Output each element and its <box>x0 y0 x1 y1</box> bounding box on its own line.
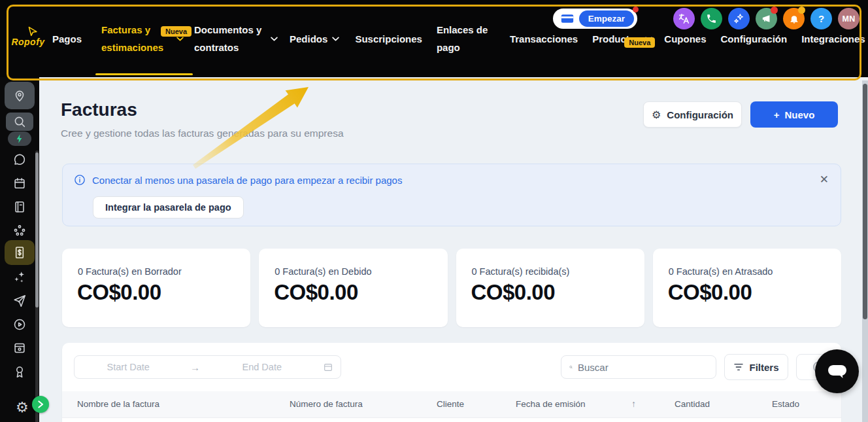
stat-label: 0 Factura(s) en Atrasado <box>669 266 773 277</box>
end-date-field[interactable]: End Date <box>209 362 316 372</box>
gear-icon[interactable]: ⚙ <box>16 400 29 415</box>
filters-button[interactable]: Filters <box>724 354 788 380</box>
chat-icon <box>12 152 27 167</box>
stat-label: 0 Factura(s) en Debido <box>275 266 371 277</box>
people-icon <box>12 223 27 237</box>
sidebar-item-search[interactable] <box>6 113 33 131</box>
empezar-button[interactable]: Empezar <box>579 10 634 27</box>
plus-icon: + <box>774 109 780 120</box>
sidebar-item-send[interactable] <box>12 293 27 309</box>
page-subtitle: Cree y gestione todas las facturas gener… <box>61 128 344 139</box>
ropofy-logo[interactable]: Ropofy <box>7 26 50 47</box>
search-box <box>561 355 716 379</box>
nueva-badge: Nueva <box>624 37 655 48</box>
page-scrollbar[interactable] <box>862 80 868 422</box>
column-header-1[interactable]: Nombre de la factura <box>77 399 159 409</box>
column-header-3[interactable]: Cliente <box>437 399 464 409</box>
stat-value: CO$0.00 <box>668 280 752 305</box>
nav-item-label: Transacciones <box>510 30 578 48</box>
ai-sparkles-icon[interactable] <box>728 8 750 29</box>
column-header-5[interactable]: Cantidad <box>675 399 710 409</box>
phone-icon[interactable] <box>701 8 722 29</box>
stat-card: 0 Factura(s) en BorradorCO$0.00 <box>62 249 250 327</box>
calendar-icon <box>316 362 341 372</box>
close-icon[interactable]: ✕ <box>820 173 829 186</box>
credit-card-icon <box>561 14 574 24</box>
translate-icon[interactable] <box>673 8 695 29</box>
help-icon-glyph: ? <box>818 13 824 24</box>
sidebar-item-calendar[interactable] <box>12 175 27 191</box>
start-date-field[interactable]: Start Date <box>75 362 182 372</box>
location-pin-icon <box>12 88 27 103</box>
gateway-info-banner: Conectar al menos una pasarela de pago p… <box>62 164 841 226</box>
megaphone-icon[interactable] <box>756 8 777 29</box>
sidebar-item-chat[interactable] <box>12 152 27 167</box>
sparkles-icon <box>12 270 27 285</box>
avatar-glyph: MN <box>842 14 855 24</box>
bell-icon[interactable] <box>783 8 805 29</box>
main-content: Facturas Cree y gestione todas las factu… <box>39 80 868 422</box>
integrate-gateway-button[interactable]: Integrar la pasarela de pago <box>93 196 244 219</box>
sidebar-scroll-thumb[interactable] <box>35 152 39 308</box>
bolt-icon <box>14 133 25 144</box>
new-invoice-button[interactable]: + Nuevo <box>750 101 838 128</box>
nueva-badge: Nueva <box>161 26 192 37</box>
nav-item-label: Pagos <box>52 30 82 48</box>
notebook-icon <box>12 200 27 214</box>
configuration-button[interactable]: ⚙ Configuración <box>643 101 742 128</box>
sidebar-item-award[interactable] <box>12 364 27 379</box>
date-range-picker[interactable]: Start Date → End Date <box>74 355 341 379</box>
sidebar-item-invoice[interactable] <box>5 240 35 265</box>
sidebar-scrollbar[interactable] <box>35 150 39 422</box>
invoices-table-panel: Start Date → End Date Filters ↑ Nombre d… <box>62 343 841 422</box>
stat-card: 0 Factura(s) recibida(s)CO$0.00 <box>456 249 644 327</box>
calendar-icon <box>12 176 27 190</box>
chat-bubble-icon <box>826 362 848 381</box>
sidebar-item-notebook[interactable] <box>12 199 27 215</box>
left-sidebar: ⚙ <box>0 77 39 422</box>
clock-play-icon <box>12 317 27 332</box>
chat-widget-button[interactable] <box>815 349 859 393</box>
stat-label: 0 Factura(s) en Borrador <box>78 266 182 277</box>
nav-item-facturas-estimaciones[interactable]: Facturas y estimacionesNueva <box>101 0 184 77</box>
nav-item-suscripciones[interactable]: Suscripciones <box>355 0 422 77</box>
stat-card: 0 Factura(s) en DebidoCO$0.00 <box>259 249 447 327</box>
sort-ascending-icon[interactable]: ↑ <box>631 398 636 409</box>
help-icon[interactable]: ? <box>810 8 832 29</box>
search-input[interactable] <box>578 362 708 373</box>
chevron-down-icon <box>176 37 184 41</box>
table-header-row: ↑ Nombre de la facturaNúmero de facturaC… <box>62 391 841 418</box>
sidebar-item-bolt[interactable] <box>8 132 31 146</box>
notification-dot <box>798 7 805 14</box>
chevron-down-icon <box>271 37 278 41</box>
nav-item-pagos[interactable]: Pagos <box>52 0 82 77</box>
stats-cards: 0 Factura(s) en BorradorCO$0.000 Factura… <box>62 249 841 327</box>
sidebar-item-sparkles[interactable] <box>12 270 27 285</box>
info-icon <box>74 174 86 186</box>
sidebar-item-people[interactable] <box>12 222 27 238</box>
avatar[interactable]: MN <box>838 8 860 29</box>
column-header-6[interactable]: Estado <box>772 399 799 409</box>
column-header-2[interactable]: Número de factura <box>290 399 363 409</box>
page-scroll-thumb[interactable] <box>863 84 867 319</box>
chevron-down-icon <box>332 37 339 41</box>
arrow-right-icon: → <box>182 362 209 373</box>
sidebar-expand-button[interactable] <box>32 396 49 413</box>
sidebar-item-location-pin[interactable] <box>5 82 35 109</box>
chevron-right-icon <box>37 400 44 408</box>
nav-item-documentos-contratos[interactable]: Documentos y contratos <box>194 0 278 77</box>
notification-dot <box>771 7 778 14</box>
column-header-4[interactable]: Fecha de emisión <box>516 399 586 409</box>
nav-item-label: Enlaces de pago <box>437 21 493 56</box>
nav-item-label: Pedidos <box>290 30 327 48</box>
nav-item-label: Cupones <box>664 30 706 48</box>
invoice-icon <box>12 245 27 260</box>
nav-item-pedidos[interactable]: Pedidos <box>290 0 339 77</box>
send-icon <box>12 294 27 308</box>
page-title: Facturas <box>61 99 137 120</box>
get-started-pill[interactable]: Empezar <box>553 9 637 29</box>
banner-message: Conectar al menos una pasarela de pago p… <box>92 175 402 186</box>
sidebar-item-window[interactable] <box>12 340 27 356</box>
nav-item-enlaces-pago[interactable]: Enlaces de pago <box>437 0 493 77</box>
sidebar-item-clock-play[interactable] <box>12 317 27 332</box>
